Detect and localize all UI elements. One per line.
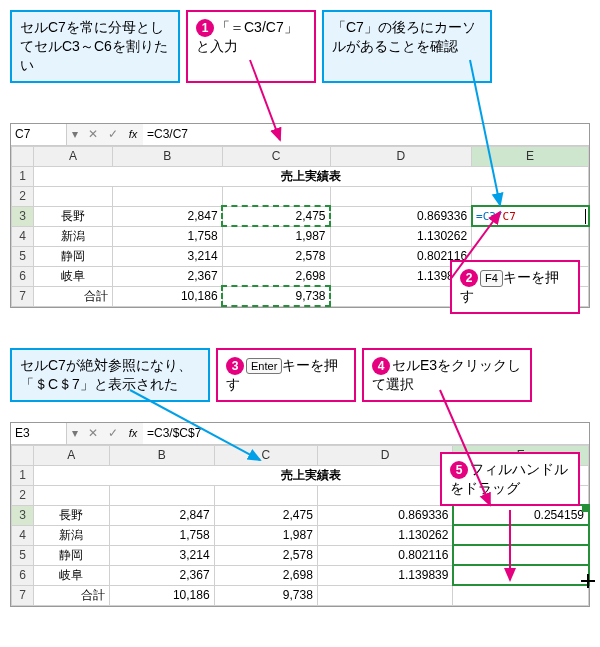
cell[interactable]: 2,847: [109, 505, 214, 525]
row-header[interactable]: 3: [12, 505, 34, 525]
col-header-B[interactable]: B: [113, 146, 223, 166]
cell-C7-ref[interactable]: 9,738: [222, 286, 330, 306]
cell[interactable]: 9,738: [214, 585, 317, 605]
cell[interactable]: 2,367: [113, 266, 223, 286]
cell[interactable]: [453, 585, 589, 605]
cell-E3-selected[interactable]: 0.254159: [453, 505, 589, 525]
cell[interactable]: 2,578: [222, 246, 330, 266]
row-header[interactable]: 6: [12, 565, 34, 585]
cell[interactable]: 1,987: [214, 525, 317, 545]
col-header-C[interactable]: C: [222, 146, 330, 166]
row-header[interactable]: 4: [12, 226, 34, 246]
table-header[interactable]: 構成比: [472, 186, 589, 206]
table-header[interactable]: 昨年度: [109, 485, 214, 505]
name-box[interactable]: E3: [11, 423, 67, 444]
cell[interactable]: 2,698: [214, 565, 317, 585]
cell[interactable]: 2,367: [109, 565, 214, 585]
row-header[interactable]: 6: [12, 266, 34, 286]
col-header-A[interactable]: A: [34, 146, 113, 166]
fill-handle[interactable]: [582, 506, 588, 512]
cell[interactable]: [472, 226, 589, 246]
col-header-E[interactable]: E: [472, 146, 589, 166]
name-box[interactable]: C7: [11, 124, 67, 145]
row-header[interactable]: 7: [12, 585, 34, 605]
cell[interactable]: 2,847: [113, 206, 223, 226]
cell[interactable]: 静岡: [34, 246, 113, 266]
cell[interactable]: 0.869336: [317, 505, 453, 525]
cell[interactable]: 岐阜: [34, 266, 113, 286]
cell[interactable]: 1,758: [113, 226, 223, 246]
cell[interactable]: [317, 585, 453, 605]
col-header-B[interactable]: B: [109, 445, 214, 465]
row-header[interactable]: 4: [12, 525, 34, 545]
table-header[interactable]: 前年比: [317, 485, 453, 505]
row-header[interactable]: 2: [12, 485, 34, 505]
select-all-corner[interactable]: [12, 445, 34, 465]
col-header-C[interactable]: C: [214, 445, 317, 465]
col-header-D[interactable]: D: [330, 146, 472, 166]
cell[interactable]: 1.130262: [317, 525, 453, 545]
sheet-title[interactable]: 売上実績表: [34, 166, 589, 186]
cell[interactable]: 岐阜: [34, 565, 110, 585]
cell[interactable]: 2,475: [214, 505, 317, 525]
step-badge-3: 3: [226, 357, 244, 375]
confirm-icon[interactable]: ✓: [103, 127, 123, 141]
fx-icon[interactable]: fx: [123, 128, 143, 140]
cell[interactable]: 2,698: [222, 266, 330, 286]
table-header[interactable]: 支店: [34, 485, 110, 505]
formula-input[interactable]: =C3/C7: [143, 124, 589, 145]
fx-icon[interactable]: fx: [123, 427, 143, 439]
formula-input[interactable]: =C3/$C$7: [143, 423, 589, 444]
cell-E3-editing[interactable]: =C3/C7: [472, 206, 589, 226]
row-header[interactable]: 1: [12, 166, 34, 186]
step-badge-1: 1: [196, 19, 214, 37]
text-cursor: [585, 209, 586, 224]
cell-total-label[interactable]: 合計: [34, 585, 110, 605]
cell-C3-ref[interactable]: 2,475: [222, 206, 330, 226]
cell[interactable]: 2,578: [214, 545, 317, 565]
cell[interactable]: 1,758: [109, 525, 214, 545]
row-header[interactable]: 7: [12, 286, 34, 306]
row-header[interactable]: 2: [12, 186, 34, 206]
callout-absolute-ref: セルC7が絶対参照になり、「＄C＄7」と表示された: [10, 348, 210, 402]
table-header[interactable]: 昨年度: [113, 186, 223, 206]
cell[interactable]: 10,186: [113, 286, 223, 306]
fill-cursor-icon: [581, 574, 595, 588]
table-header[interactable]: 支店: [34, 186, 113, 206]
table-header[interactable]: 本年度: [222, 186, 330, 206]
row-header[interactable]: 3: [12, 206, 34, 226]
namebox-dropdown-icon[interactable]: ▾: [67, 426, 83, 440]
cell[interactable]: 0.869336: [330, 206, 472, 226]
namebox-dropdown-icon[interactable]: ▾: [67, 127, 83, 141]
row-header[interactable]: 1: [12, 465, 34, 485]
cell[interactable]: [453, 525, 589, 545]
cancel-icon[interactable]: ✕: [83, 127, 103, 141]
cell[interactable]: 1,987: [222, 226, 330, 246]
cell[interactable]: 3,214: [109, 545, 214, 565]
row-header[interactable]: 5: [12, 246, 34, 266]
cell-total-label[interactable]: 合計: [34, 286, 113, 306]
step4-text: セルE3をクリックして選択: [372, 357, 521, 392]
row-header[interactable]: 5: [12, 545, 34, 565]
table-header[interactable]: 前年比: [330, 186, 472, 206]
cell[interactable]: 0.802116: [317, 545, 453, 565]
cell[interactable]: 新潟: [34, 226, 113, 246]
cell[interactable]: 静岡: [34, 545, 110, 565]
callout-cursor-check: 「C7」の後ろにカーソルがあることを確認: [322, 10, 492, 83]
cell[interactable]: 1.130262: [330, 226, 472, 246]
cell[interactable]: 1.139839: [317, 565, 453, 585]
cell[interactable]: 3,214: [113, 246, 223, 266]
table-header[interactable]: 本年度: [214, 485, 317, 505]
cell[interactable]: [453, 545, 589, 565]
cancel-icon[interactable]: ✕: [83, 426, 103, 440]
cell[interactable]: [453, 565, 589, 585]
col-header-D[interactable]: D: [317, 445, 453, 465]
callout-instruction: セルC7を常に分母としてセルC3～C6を割りたい: [10, 10, 180, 83]
cell[interactable]: 新潟: [34, 525, 110, 545]
cell[interactable]: 10,186: [109, 585, 214, 605]
confirm-icon[interactable]: ✓: [103, 426, 123, 440]
cell[interactable]: 長野: [34, 206, 113, 226]
cell[interactable]: 長野: [34, 505, 110, 525]
col-header-A[interactable]: A: [34, 445, 110, 465]
select-all-corner[interactable]: [12, 146, 34, 166]
